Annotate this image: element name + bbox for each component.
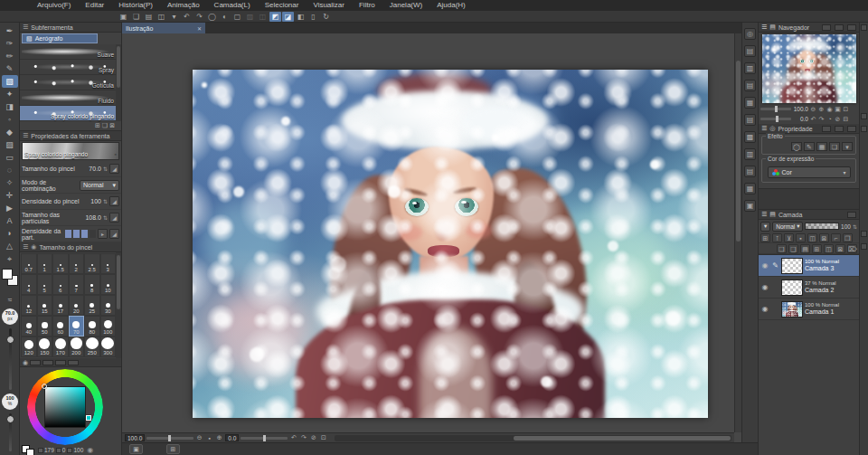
delete-subtool-icon[interactable]: ⊠ xyxy=(109,122,115,129)
canvas-horizontal-scrollbar[interactable] xyxy=(335,435,731,441)
layer-visibility-eye-icon[interactable]: ◉ xyxy=(760,305,769,313)
particle-density-selector[interactable] xyxy=(65,230,96,238)
brush-size-cell[interactable]: 12 xyxy=(21,295,37,316)
fit-icon[interactable]: ▪ xyxy=(205,435,213,441)
dock-collapse-icon[interactable] xyxy=(861,243,867,250)
open-file-icon[interactable]: ▤ xyxy=(143,12,155,22)
brush-size-field[interactable]: 70.0 xyxy=(85,166,101,172)
brush-size-cell[interactable]: 120 xyxy=(21,337,37,357)
delete-layer-icon[interactable]: ⌦ xyxy=(847,244,857,253)
dock-collapse-icon[interactable] xyxy=(861,24,867,31)
gradient-wave-icon[interactable]: ≈ xyxy=(0,296,20,304)
sv-marker[interactable] xyxy=(42,384,47,389)
brush-size-cell[interactable]: 17 xyxy=(52,295,69,316)
brush-size-cell[interactable]: 10 xyxy=(100,274,117,295)
magic-wand-tool[interactable]: ✧ xyxy=(2,176,18,189)
expression-color-dropdown[interactable]: Cor ▾ xyxy=(768,166,851,178)
quick-search-palette-icon[interactable]: ◎ xyxy=(744,28,756,40)
spinner-icon[interactable]: ⇅ xyxy=(853,223,857,230)
material-bg-palette-icon[interactable]: ▤ xyxy=(744,114,756,126)
brush-size-cell[interactable]: 300 xyxy=(100,337,117,357)
color-settings-icon[interactable]: ◉ xyxy=(87,446,93,454)
color-wheel-tab-icon[interactable]: ◉ xyxy=(23,359,28,366)
move-tool[interactable]: ✛ xyxy=(2,189,18,202)
Camada 3[interactable]: ◉ ✎ 100 % Normal Camada 3 xyxy=(759,255,859,277)
blend-mode-dropdown[interactable]: Normal ▾ xyxy=(80,180,119,191)
subtool-item[interactable]: Spray colorido pingando xyxy=(20,106,121,121)
subtool-item[interactable]: Gotícula xyxy=(20,75,121,90)
layer-thumbnail[interactable] xyxy=(781,258,803,274)
selection-tool[interactable]: ▭ xyxy=(2,151,18,164)
menu-item[interactable]: Ajuda(H) xyxy=(429,0,473,11)
close-icon[interactable]: ✕ xyxy=(197,25,202,32)
actual-size-icon[interactable]: ▣ xyxy=(834,106,842,113)
brush-size-cell[interactable]: 100 xyxy=(100,316,117,337)
main-color-swatches[interactable] xyxy=(2,269,18,292)
brush-size-cell[interactable]: 70 xyxy=(69,316,85,337)
zoom-out-icon[interactable]: ⊖ xyxy=(195,434,203,441)
opacity-indicator[interactable]: 100 % xyxy=(2,393,18,410)
color-tab[interactable] xyxy=(42,360,53,365)
effect-layer-icon[interactable]: ❏ xyxy=(829,142,840,151)
zoom-in-icon[interactable]: ⊕ xyxy=(215,434,223,441)
menu-item[interactable]: Janela(W) xyxy=(382,0,429,11)
layer-opacity-value[interactable]: 100 xyxy=(841,223,851,230)
expand-button[interactable]: ▸ xyxy=(98,229,108,239)
menu-item[interactable]: Visualizar xyxy=(306,0,352,11)
menu-item[interactable]: História(P) xyxy=(111,0,160,11)
item-bank-palette-icon[interactable]: ▥ xyxy=(744,62,756,74)
brush-size-cell[interactable]: 2 xyxy=(69,253,85,274)
menu-item[interactable]: Arquivo(F) xyxy=(30,0,78,11)
brush-size-cell[interactable]: 150 xyxy=(37,337,53,357)
palette-tab[interactable] xyxy=(822,126,831,132)
canvas-rotation-slider[interactable] xyxy=(241,437,288,440)
brush-size-cell[interactable]: 2.5 xyxy=(84,253,100,274)
palette-tab[interactable] xyxy=(835,24,844,31)
lock-icon[interactable]: ▪ xyxy=(115,151,117,157)
opacity-slider[interactable] xyxy=(9,413,12,451)
set-ruler-icon[interactable]: ⌐ xyxy=(831,233,841,242)
brush-size-cell[interactable]: 30 xyxy=(100,295,117,316)
brush-size-cell[interactable]: 6 xyxy=(52,274,69,295)
material-palette-button[interactable]: ▣ xyxy=(129,444,143,454)
menu-item[interactable]: Editar xyxy=(78,0,111,11)
subtool-scrollbar[interactable] xyxy=(116,44,121,121)
pressure-settings-button[interactable]: ◢ xyxy=(109,164,119,174)
palette-tab[interactable] xyxy=(835,126,844,132)
subview-palette-icon[interactable]: ▤ xyxy=(744,45,756,57)
history-palette-icon[interactable]: ▤ xyxy=(744,80,756,91)
zoom-in-icon[interactable]: ⊕ xyxy=(817,106,826,113)
rotate-left-icon[interactable]: ↶ xyxy=(289,434,297,441)
pen-tool[interactable]: ✒ xyxy=(2,24,18,37)
material-color-palette-icon[interactable]: ▦ xyxy=(744,97,756,109)
snap-ruler-icon[interactable]: ▨ xyxy=(244,12,256,22)
layer-color-icon[interactable]: ❐ xyxy=(843,233,853,242)
rotate-left-icon[interactable]: ↶ xyxy=(809,116,817,123)
brush-size-cell[interactable]: 5 xyxy=(37,274,53,295)
subtool-item[interactable]: Fluido xyxy=(20,90,121,106)
spinner-icon[interactable]: ⇅ xyxy=(103,214,108,221)
brush-size-slider[interactable] xyxy=(9,328,12,390)
add-subtool-icon[interactable]: ⊞ xyxy=(95,122,100,129)
layer-lock-icon[interactable]: ▪ xyxy=(796,233,806,242)
merge-down-icon[interactable]: ◫ xyxy=(824,244,834,253)
lasso-tool[interactable]: ◌ xyxy=(2,164,18,176)
layer-transfer-icon[interactable]: ⊞ xyxy=(760,233,770,242)
layer-type-dropdown[interactable]: ▾ xyxy=(760,222,770,232)
fill-tool[interactable]: ◆ xyxy=(2,126,18,138)
brush-size-cell[interactable]: 170 xyxy=(52,337,69,357)
transfer-down-icon[interactable]: ⊞ xyxy=(812,244,822,253)
effect-more-chevron-icon[interactable]: ▾ xyxy=(842,142,853,151)
rotate-reset-icon[interactable]: ↻ xyxy=(320,12,332,22)
reset-rotation-icon[interactable]: ◔ xyxy=(826,116,834,123)
layer-thumbnail[interactable] xyxy=(781,280,803,296)
pressure-settings-button[interactable]: ◢ xyxy=(109,196,119,206)
subtool-item[interactable]: Spray xyxy=(20,60,121,75)
particle-size-field[interactable]: 108.0 xyxy=(85,214,101,221)
tool-property-header[interactable]: ☰ Propriedades da ferramenta xyxy=(20,131,121,141)
new-raster-layer-icon[interactable]: ❏ xyxy=(777,244,787,253)
palette-tab[interactable] xyxy=(847,24,856,31)
material-search-button[interactable]: ⊞ xyxy=(166,444,180,454)
brush-size-cell[interactable]: 250 xyxy=(84,337,100,357)
palette-tab[interactable] xyxy=(847,212,856,218)
